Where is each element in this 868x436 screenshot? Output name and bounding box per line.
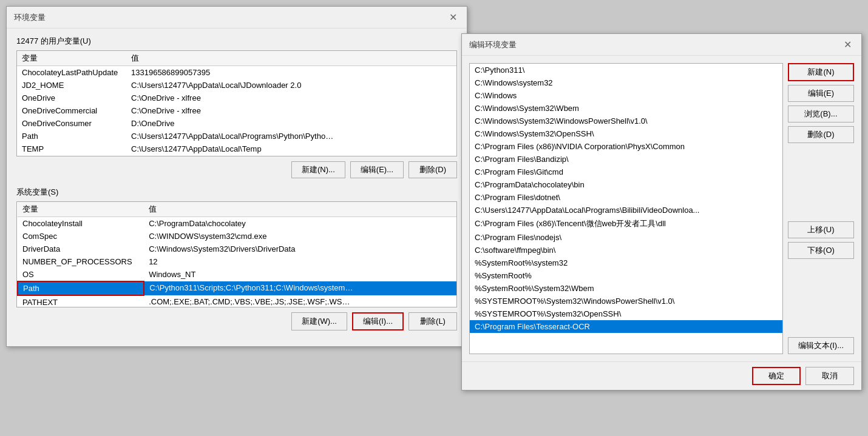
paths-list[interactable]: C:\Python311\C:\Windows\system32C:\Windo…: [469, 63, 783, 354]
user-table-row[interactable]: ChocolateyLastPathUpdate1331965868990573…: [17, 66, 456, 79]
path-list-item[interactable]: C:\Program Files\Bandizip\: [470, 153, 782, 166]
user-table-row[interactable]: OneDriveConsumerD:\OneDrive: [17, 117, 456, 130]
sys-section-label: 系统变量(S): [16, 187, 457, 198]
path-list-item[interactable]: C:\Program Files\Tesseract-OCR: [470, 320, 782, 333]
user-table-var-header: 变量: [17, 51, 126, 66]
edit-dialog-body: C:\Python311\C:\Windows\system32C:\Windo…: [462, 56, 861, 361]
user-table-val-header: 值: [126, 51, 456, 66]
sys-table-val-header: 值: [144, 202, 456, 217]
path-list-item[interactable]: C:\Program Files\nodejs\: [470, 231, 782, 244]
user-table-row[interactable]: JD2_HOMEC:\Users\12477\AppData\Local\JDo…: [17, 79, 456, 92]
user-delete-btn[interactable]: 删除(D): [409, 161, 457, 178]
path-list-item[interactable]: %SYSTEMROOT%\System32\OpenSSH\: [470, 307, 782, 320]
sys-table-row[interactable]: PathC:\Python311\Scripts;C:\Python311;C:…: [18, 281, 456, 295]
sys-table-row[interactable]: NUMBER_OF_PROCESSORS12: [18, 255, 456, 268]
path-list-item[interactable]: C:\Program Files\Git\cmd: [470, 166, 782, 178]
edit-dialog-close-btn[interactable]: ✕: [841, 39, 854, 50]
main-dialog-title: 环境变量: [14, 12, 46, 23]
path-list-item[interactable]: C:\software\ffmpeg\bin\: [470, 244, 782, 257]
path-list-item[interactable]: C:\Windows\System32\WindowsPowerShell\v1…: [470, 115, 782, 127]
path-list-item[interactable]: C:\Windows\System32\OpenSSH\: [470, 127, 782, 140]
path-list-item[interactable]: C:\Users\12477\AppData\Local\Programs\Bi…: [470, 204, 782, 216]
user-table-row[interactable]: TEMPC:\Users\12477\AppData\Local\Temp: [17, 143, 456, 155]
edit-dialog: 编辑环境变量 ✕ C:\Python311\C:\Windows\system3…: [461, 33, 862, 391]
edit-dialog-bottom-btns: 确定 取消: [462, 361, 861, 390]
sys-delete-btn[interactable]: 删除(L): [409, 312, 457, 330]
move-down-btn[interactable]: 下移(O): [788, 242, 854, 259]
path-list-item[interactable]: C:\Python311\: [470, 64, 782, 76]
edit-dialog-titlebar: 编辑环境变量 ✕: [462, 34, 861, 56]
sys-table-row[interactable]: DriverDataC:\Windows\System32\Drivers\Dr…: [18, 243, 456, 255]
sys-variables-table[interactable]: 变量 值 ChocolateyInstallC:\ProgramData\cho…: [16, 201, 457, 307]
main-dialog-titlebar: 环境变量 ✕: [7, 7, 467, 29]
user-edit-btn[interactable]: 编辑(E)...: [350, 161, 404, 178]
user-table-row[interactable]: OneDriveCommercialC:\OneDrive - xlfree: [17, 104, 456, 117]
main-dialog: 环境变量 ✕ 12477 的用户变量(U) 变量 值 ChocolateyLas…: [6, 6, 467, 347]
user-new-btn[interactable]: 新建(N)...: [291, 161, 345, 178]
path-list-item[interactable]: C:\Windows: [470, 89, 782, 102]
user-btn-row: 新建(N)... 编辑(E)... 删除(D): [16, 161, 457, 178]
ok-btn[interactable]: 确定: [752, 367, 801, 385]
path-list-item[interactable]: C:\Program Files (x86)\Tencent\微信web开发者工…: [470, 216, 782, 231]
user-table-row[interactable]: PathC:\Users\12477\AppData\Local\Program…: [17, 130, 456, 143]
path-list-item[interactable]: %SystemRoot%: [470, 269, 782, 282]
sys-table-row[interactable]: ChocolateyInstallC:\ProgramData\chocolat…: [18, 217, 456, 230]
path-list-item[interactable]: C:\Program Files\dotnet\: [470, 191, 782, 204]
path-list-item[interactable]: %SystemRoot%\system32: [470, 257, 782, 269]
user-variables-table[interactable]: 变量 值 ChocolateyLastPathUpdate13319658689…: [16, 50, 457, 156]
browse-path-btn[interactable]: 浏览(B)...: [788, 106, 854, 122]
path-list-item[interactable]: C:\Windows\system32: [470, 76, 782, 89]
sys-table-row[interactable]: ComSpecC:\WINDOWS\system32\cmd.exe: [18, 230, 456, 243]
path-list-item[interactable]: C:\ProgramData\chocolatey\bin: [470, 178, 782, 191]
edit-buttons-panel: 新建(N) 编辑(E) 浏览(B)... 删除(D) 上移(U) 下移(O) 编…: [788, 63, 854, 354]
sys-table-row[interactable]: PATHEXT.COM;.EXE;.BAT;.CMD;.VBS;.VBE;.JS…: [18, 295, 456, 307]
user-table-row[interactable]: TMPC:\U...\12477\A...\Local\T...: [17, 155, 456, 156]
delete-path-btn[interactable]: 删除(D): [788, 126, 854, 143]
user-table-row[interactable]: OneDriveC:\OneDrive - xlfree: [17, 92, 456, 104]
sys-table-row[interactable]: OSWindows_NT: [18, 268, 456, 281]
new-path-btn[interactable]: 新建(N): [788, 63, 854, 81]
user-section-label: 12477 的用户变量(U): [16, 36, 457, 47]
path-list-item[interactable]: %SystemRoot%\System32\Wbem: [470, 282, 782, 295]
edit-path-btn[interactable]: 编辑(E): [788, 85, 854, 102]
path-list-item[interactable]: C:\Windows\System32\Wbem: [470, 102, 782, 115]
sys-new-btn[interactable]: 新建(W)...: [291, 312, 347, 330]
sys-table-var-header: 变量: [18, 202, 144, 217]
main-dialog-body: 12477 的用户变量(U) 变量 值 ChocolateyLastPathUp…: [7, 29, 467, 346]
sys-btn-row: 新建(W)... 编辑(I)... 删除(L): [16, 312, 457, 330]
edit-text-btn[interactable]: 编辑文本(I)...: [788, 337, 854, 354]
edit-dialog-title: 编辑环境变量: [469, 39, 517, 50]
path-list-item[interactable]: C:\Program Files (x86)\NVIDIA Corporatio…: [470, 140, 782, 153]
sys-edit-btn[interactable]: 编辑(I)...: [352, 312, 404, 330]
move-up-btn[interactable]: 上移(U): [788, 221, 854, 238]
cancel-btn[interactable]: 取消: [805, 367, 854, 385]
path-list-item[interactable]: %SYSTEMROOT%\System32\WindowsPowerShell\…: [470, 295, 782, 307]
main-dialog-close-btn[interactable]: ✕: [447, 12, 459, 23]
